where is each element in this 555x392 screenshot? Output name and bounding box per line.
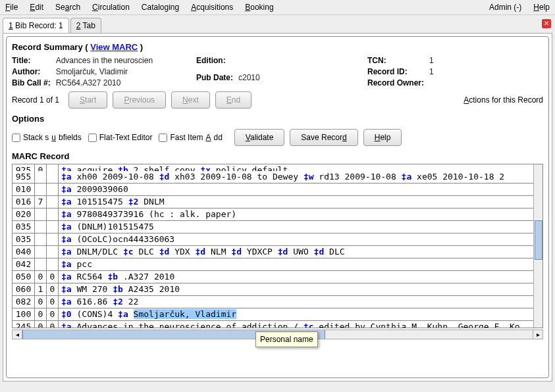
validate-button[interactable]: Validate <box>234 129 285 146</box>
marc-row[interactable]: 05000‡a RC564 ‡b .A327 2010 <box>13 271 542 283</box>
tab-2[interactable]: 2 Tab <box>70 18 101 33</box>
marc-row[interactable]: 035‡a (DNLM)101515475 <box>13 221 542 233</box>
marc-row[interactable]: 955‡a xh00 2009-10-08 ‡d xh03 2009-10-08… <box>13 171 542 184</box>
tcn-value: 1 <box>429 56 525 65</box>
owner-value <box>429 78 525 87</box>
edition-label: Edition: <box>196 56 233 71</box>
menu-search[interactable]: Search <box>54 1 82 13</box>
title-value: Advances in the neuroscien <box>56 56 190 65</box>
marc-row[interactable]: 020‡a 9780849373916 (hc : alk. paper) <box>13 208 542 221</box>
stack-subfields-checkbox[interactable]: Stack subfields <box>12 133 82 142</box>
tab-bib-record[interactable]: 1 Bib Record: 1 <box>3 18 69 33</box>
pubdate-value: c2010 <box>238 73 361 88</box>
view-marc-link[interactable]: View MARC <box>90 42 138 52</box>
end-button[interactable]: End <box>215 91 251 109</box>
pubdate-label: Pub Date: <box>196 73 233 88</box>
summary-heading: Record Summary ( View MARC ) <box>12 42 543 52</box>
marc-row[interactable]: 0167‡a 101515475 ‡2 DNLM <box>13 196 542 208</box>
menu-help[interactable]: Help <box>532 1 551 13</box>
field-tooltip: Personal name <box>255 331 318 347</box>
marc-table[interactable]: 9250‡a acquire ‡b 2 shelf copy ‡x policy… <box>12 164 543 328</box>
flat-text-editor-checkbox[interactable]: Flat-Text Editor <box>88 133 153 142</box>
marc-row[interactable]: 040‡a DNLM/DLC ‡c DLC ‡d YDX ‡d NLM ‡d Y… <box>13 246 542 258</box>
marc-row[interactable]: 08200‡a 616.86 ‡2 22 <box>13 296 542 308</box>
close-icon[interactable]: ✕ <box>542 19 551 28</box>
marc-row[interactable]: 010‡a 2009039060 <box>13 184 542 196</box>
recid-label: Record ID: <box>367 67 424 76</box>
scroll-right-icon[interactable]: ▸ <box>533 330 542 339</box>
author-value: Smoljarčuk, Vladimir <box>56 67 190 76</box>
marc-row[interactable]: 9250‡a acquire ‡b 2 shelf copy ‡x policy… <box>13 164 542 171</box>
help-button[interactable]: Help <box>363 129 402 146</box>
owner-label: Record Owner: <box>367 78 424 87</box>
recid-value: 1 <box>429 67 525 76</box>
menu-cataloging[interactable]: Cataloging <box>140 1 180 13</box>
edition-value <box>238 56 361 71</box>
menu-circulation[interactable]: Circulation <box>91 1 131 13</box>
record-position: Record 1 of 1 <box>12 95 59 105</box>
vertical-scrollbar[interactable] <box>533 164 542 328</box>
scroll-left-icon[interactable]: ◂ <box>13 330 22 339</box>
marc-row[interactable]: 035‡a (OCoLC)ocn444336063 <box>13 233 542 246</box>
menubar: File Edit Search Circulation Cataloging … <box>0 0 555 15</box>
marc-record-heading: MARC Record <box>12 151 543 161</box>
callnum-label: Bib Call #: <box>12 78 51 87</box>
marc-row[interactable]: 24500‡a Advances in the neuroscience of … <box>13 321 542 328</box>
menu-booking[interactable]: Booking <box>244 1 275 13</box>
tab-bar: 1 Bib Record: 1 2 Tab ✕ <box>0 15 555 33</box>
author-label: Author: <box>12 67 51 76</box>
save-record-button[interactable]: Save Record <box>290 129 357 146</box>
fast-item-add-checkbox[interactable]: Fast Item Add <box>159 133 222 142</box>
actions-for-record[interactable]: Actions for this Record <box>463 95 543 105</box>
marc-row[interactable]: 06010‡a WM 270 ‡b A2435 2010 <box>13 283 542 296</box>
menu-acquisitions[interactable]: Acquisitions <box>190 1 234 13</box>
menu-edit[interactable]: Edit <box>28 1 45 13</box>
menu-admin[interactable]: Admin (-) <box>488 1 523 13</box>
marc-row[interactable]: 042‡a pcc <box>13 258 542 271</box>
title-label: Title: <box>12 56 51 65</box>
next-button[interactable]: Next <box>171 91 210 109</box>
menu-file[interactable]: File <box>4 1 19 13</box>
tcn-label: TCN: <box>367 56 424 65</box>
callnum-value: RC564.A327 2010 <box>56 78 190 87</box>
options-heading: Options <box>12 114 543 124</box>
marc-row[interactable]: 10000‡0 (CONS)4 ‡a Smoljarčuk, Vladimir <box>13 308 542 321</box>
previous-button[interactable]: Previous <box>113 91 166 109</box>
start-button[interactable]: Start <box>68 91 107 109</box>
